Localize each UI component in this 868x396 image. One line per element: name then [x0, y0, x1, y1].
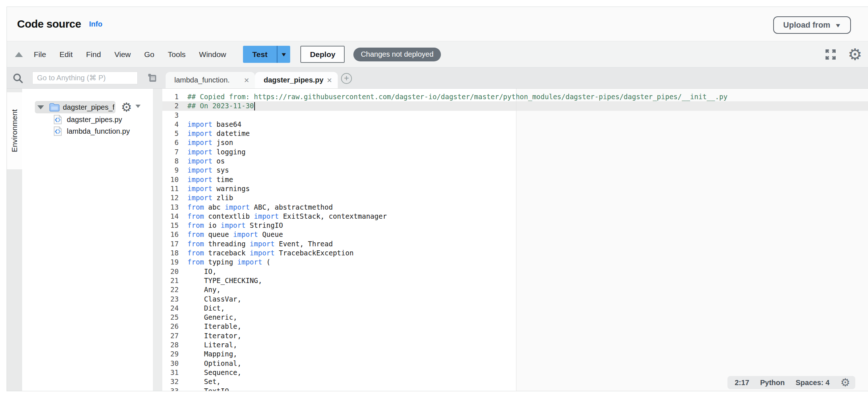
menu-view[interactable]: View	[114, 50, 131, 59]
test-dropdown-button[interactable]: ▼	[277, 46, 290, 63]
code-line-25[interactable]: 25 Generic,	[162, 313, 868, 322]
tree-folder-row[interactable]: dagster_pipes_funct ⚙	[22, 102, 153, 113]
code-line-12[interactable]: 12import zlib	[162, 193, 868, 202]
tab-dagster-pipes[interactable]: dagster_pipes.py ×	[255, 72, 338, 88]
line-number[interactable]: 11	[162, 184, 179, 193]
code-line-18[interactable]: 18from traceback import TracebackExcepti…	[162, 248, 868, 258]
line-number[interactable]: 18	[162, 248, 179, 258]
code-line-8[interactable]: 8import os	[162, 157, 868, 166]
code-line-19[interactable]: 19from typing import (	[162, 258, 868, 267]
chevron-down-icon[interactable]	[135, 105, 141, 108]
line-number[interactable]: 5	[162, 129, 179, 138]
editor-settings-gear-icon[interactable]: ⚙	[848, 47, 862, 62]
line-number[interactable]: 19	[162, 258, 179, 267]
code-editor[interactable]: 1## Copied from: https://raw.githubuserc…	[162, 89, 868, 391]
code-line-9[interactable]: 9import sys	[162, 166, 868, 175]
code-line-15[interactable]: 15from io import StringIO	[162, 221, 868, 230]
environment-tab[interactable]: Environment	[7, 92, 22, 169]
code-line-21[interactable]: 21 TYPE_CHECKING,	[162, 276, 868, 285]
tree-settings-gear-icon[interactable]: ⚙	[121, 101, 132, 113]
line-number[interactable]: 31	[162, 368, 179, 377]
tree-scrollbar-track[interactable]	[153, 89, 162, 391]
code-line-13[interactable]: 13from abc import ABC, abstractmethod	[162, 203, 868, 212]
code-line-5[interactable]: 5import datetime	[162, 129, 868, 138]
info-link[interactable]: Info	[89, 20, 102, 28]
tree-file-lambda-function[interactable]: lambda_function.py	[22, 126, 153, 137]
line-number[interactable]: 15	[162, 221, 179, 230]
line-number[interactable]: 9	[162, 166, 179, 175]
code-line-23[interactable]: 23 ClassVar,	[162, 295, 868, 304]
line-text: import json	[187, 138, 233, 147]
code-line-17[interactable]: 17from threading import Event, Thread	[162, 239, 868, 248]
upload-from-button[interactable]: Upload from ▼	[773, 16, 851, 34]
line-number[interactable]: 23	[162, 295, 179, 304]
menu-find[interactable]: Find	[86, 50, 101, 59]
line-number[interactable]: 14	[162, 212, 179, 221]
line-number[interactable]: 29	[162, 349, 179, 359]
close-icon[interactable]: ×	[327, 75, 332, 85]
line-number[interactable]: 3	[162, 111, 179, 120]
line-number[interactable]: 20	[162, 267, 179, 276]
collapse-panel-icon[interactable]	[15, 52, 23, 57]
code-line-14[interactable]: 14from contextlib import ExitStack, cont…	[162, 212, 868, 221]
code-line-22[interactable]: 22 Any,	[162, 285, 868, 294]
menu-window[interactable]: Window	[199, 50, 226, 59]
code-line-1[interactable]: 1## Copied from: https://raw.githubuserc…	[162, 92, 868, 101]
menu-file[interactable]: File	[34, 50, 46, 59]
tab-list-icon[interactable]	[147, 73, 158, 84]
code-line-10[interactable]: 10import time	[162, 175, 868, 184]
line-number[interactable]: 6	[162, 138, 179, 147]
tree-file-dagster-pipes[interactable]: dagster_pipes.py	[22, 114, 153, 125]
line-number[interactable]: 32	[162, 377, 179, 386]
menu-tools[interactable]: Tools	[168, 50, 186, 59]
search-icon[interactable]	[12, 72, 24, 84]
line-number[interactable]: 16	[162, 230, 179, 239]
code-line-7[interactable]: 7import logging	[162, 148, 868, 157]
deploy-button[interactable]: Deploy	[300, 46, 345, 63]
line-number[interactable]: 27	[162, 331, 179, 340]
cursor-position[interactable]: 2:17	[735, 379, 749, 387]
fullscreen-icon[interactable]	[824, 48, 837, 61]
code-line-16[interactable]: 16from queue import Queue	[162, 230, 868, 239]
line-number[interactable]: 7	[162, 148, 179, 157]
code-line-26[interactable]: 26 Iterable,	[162, 322, 868, 331]
go-to-anything-input[interactable]	[32, 72, 138, 84]
code-line-4[interactable]: 4import base64	[162, 120, 868, 129]
code-line-30[interactable]: 30 Optional,	[162, 359, 868, 368]
code-line-24[interactable]: 24 Dict,	[162, 304, 868, 313]
line-number[interactable]: 33	[162, 387, 179, 391]
line-number[interactable]: 25	[162, 313, 179, 322]
close-icon[interactable]: ×	[244, 75, 249, 85]
chevron-down-icon[interactable]	[37, 105, 44, 109]
line-number[interactable]: 26	[162, 322, 179, 331]
spaces-setting[interactable]: Spaces: 4	[796, 379, 830, 387]
tab-lambda-function[interactable]: lambda_function. ×	[166, 72, 255, 88]
line-number[interactable]: 24	[162, 304, 179, 313]
code-line-11[interactable]: 11import warnings	[162, 184, 868, 193]
line-number[interactable]: 13	[162, 203, 179, 212]
line-number[interactable]: 17	[162, 239, 179, 248]
line-number[interactable]: 22	[162, 285, 179, 294]
line-number[interactable]: 2	[162, 101, 179, 110]
line-number[interactable]: 30	[162, 359, 179, 368]
code-line-28[interactable]: 28 Literal,	[162, 340, 868, 349]
line-number[interactable]: 1	[162, 92, 179, 101]
code-line-3[interactable]: 3	[162, 111, 868, 120]
line-number[interactable]: 8	[162, 157, 179, 166]
code-line-6[interactable]: 6import json	[162, 138, 868, 147]
line-number[interactable]: 21	[162, 276, 179, 285]
new-tab-button[interactable]: +	[341, 73, 352, 84]
code-line-2[interactable]: 2## On 2023-11-30	[162, 101, 868, 110]
status-settings-gear-icon[interactable]: ⚙	[840, 377, 850, 388]
language-mode[interactable]: Python	[760, 379, 785, 387]
line-number[interactable]: 12	[162, 193, 179, 202]
line-number[interactable]: 4	[162, 120, 179, 129]
test-button[interactable]: Test	[243, 46, 277, 63]
line-number[interactable]: 28	[162, 340, 179, 349]
line-number[interactable]: 10	[162, 175, 179, 184]
menu-edit[interactable]: Edit	[60, 50, 73, 59]
code-line-27[interactable]: 27 Iterator,	[162, 331, 868, 340]
code-line-20[interactable]: 20 IO,	[162, 267, 868, 276]
code-line-29[interactable]: 29 Mapping,	[162, 349, 868, 359]
menu-go[interactable]: Go	[144, 50, 154, 59]
